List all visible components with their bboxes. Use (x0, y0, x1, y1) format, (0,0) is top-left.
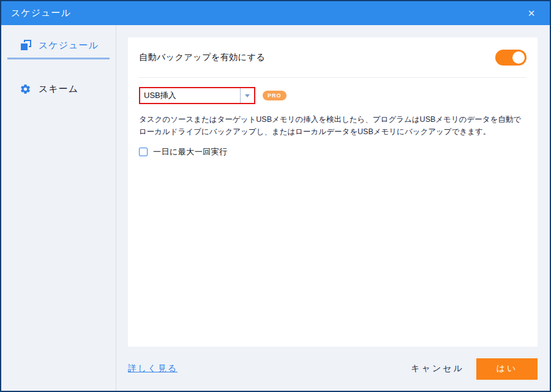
cancel-button[interactable]: キャンセル (405, 358, 470, 379)
auto-backup-toggle[interactable] (495, 50, 527, 66)
enable-backup-label: 自動バックアップを有効にする (139, 52, 265, 63)
settings-card: 自動バックアップを有効にする USB挿入 PRO タスクのソースま (128, 37, 538, 347)
once-per-day-checkbox[interactable] (139, 148, 148, 156)
active-item-underline (7, 58, 110, 59)
ok-button[interactable]: はい (476, 358, 538, 380)
once-per-day-label: 一日に最大一回実行 (153, 146, 228, 157)
sidebar-item-label: スキーム (39, 83, 78, 95)
main-area: 自動バックアップを有効にする USB挿入 PRO タスクのソースま (116, 25, 550, 391)
trigger-mode-dropdown[interactable]: USB挿入 (139, 87, 255, 104)
gear-icon (20, 83, 31, 95)
pro-badge: PRO (263, 91, 287, 100)
footer: 詳しく見る キャンセル はい (116, 347, 550, 391)
toggle-knob (512, 51, 525, 64)
sidebar-item-schedule[interactable]: スケジュール (20, 40, 116, 51)
learn-more-link[interactable]: 詳しく見る (128, 363, 178, 374)
dropdown-arrow-box[interactable] (240, 88, 254, 103)
close-icon[interactable]: ✕ (523, 5, 540, 22)
sidebar-item-scheme[interactable]: スキーム (20, 83, 116, 95)
sidebar-item-label: スケジュール (39, 40, 99, 51)
sidebar: スケジュール スキーム (1, 25, 116, 391)
trigger-dropdown-row: USB挿入 PRO (139, 87, 527, 104)
dialog-title: スケジュール (11, 7, 71, 19)
dialog-body: スケジュール スキーム 自動バックアップを有効にする (1, 25, 550, 391)
dropdown-selected-value: USB挿入 (140, 88, 240, 103)
feature-description: タスクのソースまたはターゲットUSBメモリの挿入を検出したら、プログラムはUSB… (139, 113, 527, 138)
chevron-down-icon (245, 94, 250, 97)
schedule-dialog: スケジュール ✕ スケジュール スキーム (0, 0, 551, 392)
separator (139, 77, 527, 78)
schedule-icon (20, 40, 31, 51)
titlebar: スケジュール ✕ (1, 1, 550, 25)
enable-backup-row: 自動バックアップを有効にする (139, 50, 527, 66)
once-per-day-option[interactable]: 一日に最大一回実行 (139, 146, 527, 157)
